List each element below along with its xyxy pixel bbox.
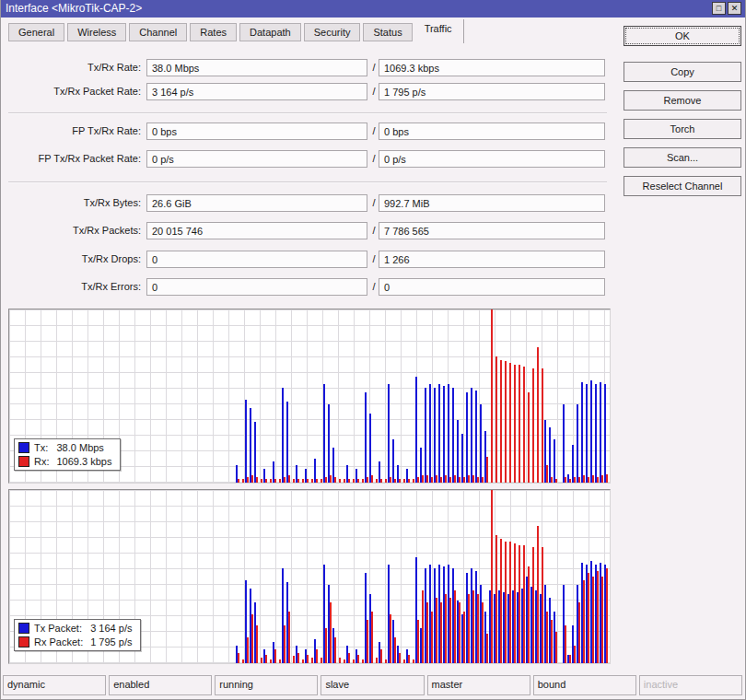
tx-bar [577,404,578,483]
rx-packet-bar [334,637,336,663]
rx-packet-bar [436,598,437,663]
tx-rx-errors-rx-field[interactable]: 0 [379,278,605,296]
tx-rx-rate-chart: Tx:38.0 MbpsRx:1069.3 kbps [8,309,611,484]
copy-button[interactable]: Copy [624,62,741,82]
close-button[interactable]: ✕ [728,2,741,15]
rx-bar [606,474,608,483]
tx-rx-packets-row: Tx/Rx Packets:20 015 746/7 786 565 [1,222,618,239]
tx-bar [365,392,367,483]
rx-bar [403,479,405,483]
tx-bar [471,388,472,483]
rx-bar [367,477,368,483]
rx-packet-bar [403,659,405,663]
fp-tx-rx-packet-rate-tx-field[interactable]: 0 p/s [146,150,367,168]
tx-rx-bytes-rx-field[interactable]: 992.7 MiB [379,194,605,212]
tab-general[interactable]: General [8,23,64,41]
rx-packet-bar [311,658,313,663]
rx-bar [417,477,419,483]
rx-packet-bar [500,539,502,663]
tab-status[interactable]: Status [363,23,412,41]
rx-packet-bar [321,658,322,663]
ok-button[interactable]: OK [624,26,741,46]
rx-packet-bar [265,655,267,663]
legend-label: Rx: [34,456,50,467]
rx-bar [597,477,599,483]
remove-button[interactable]: Remove [624,90,741,111]
tx-rx-bytes-tx-field[interactable]: 26.6 GiB [146,194,367,212]
rx-bar [371,475,373,483]
rx-legend-swatch [18,456,29,467]
close-icon: ✕ [731,4,739,13]
maximize-icon: □ [717,4,721,13]
rx-packet-bar [390,614,391,663]
tab-channel[interactable]: Channel [129,23,187,41]
rx-packet-bar [468,594,470,663]
tx-rx-drops-rx-field[interactable]: 1 266 [379,251,605,268]
rx-packet-bar [449,598,451,663]
tx-rx-rate-rx-field[interactable]: 1069.3 kbps [379,59,605,76]
reselect-channel-button[interactable]: Reselect Channel [624,176,741,196]
tx-rx-rate-tx-field[interactable]: 38.0 Mbps [146,59,367,76]
rx-bar [344,479,345,483]
tx-rx-packets-rx-field[interactable]: 7 786 565 [379,222,605,239]
tx-bar [429,384,431,483]
rx-packet-bar [344,659,345,663]
rx-bar [486,457,488,483]
tx-bar [480,404,482,483]
rx-packet-bar [491,490,493,663]
tx-rx-errors-tx-field[interactable]: 0 [146,278,367,296]
tab-rates[interactable]: Rates [190,23,237,41]
tx-rx-packets-tx-field[interactable]: 20 015 746 [146,222,367,239]
rx-packet-bar [362,659,364,663]
chart-legend: Tx:38.0 MbpsRx:1069.3 kbps [14,438,121,471]
rx-packet-bar [353,659,355,663]
rx-packet-bar [583,580,585,663]
titlebar[interactable]: Interface <MikroTik-CAP-2> □ ✕ [1,0,745,18]
tx-rx-drops-tx-field[interactable]: 0 [146,251,367,268]
rx-bar [270,479,272,483]
tab-traffic[interactable]: Traffic [415,19,464,43]
window-title: Interface <MikroTik-CAP-2> [6,0,142,18]
rx-bar [505,361,507,483]
rx-bar [307,479,309,483]
torch-button[interactable]: Torch [624,119,741,139]
fp-tx-rx-rate-rx-field[interactable]: 0 bps [379,122,605,140]
tx-rx-bytes-label: Tx/Rx Bytes: [1,194,141,212]
tab-datapath[interactable]: Datapath [239,23,301,41]
rx-packet-bar [537,526,539,663]
rx-packet-bar [261,658,262,663]
rx-packet-bar [505,542,507,663]
rx-packet-bar [472,590,474,663]
rx-bar [551,477,553,483]
rx-bar [261,479,262,483]
tab-wireless[interactable]: Wireless [67,23,126,41]
rx-packet-bar [288,612,290,663]
tx-bar [600,382,601,483]
tx-bar [475,391,477,483]
rx-bar [574,477,576,483]
rx-bar [514,365,516,483]
tx-rx-packet-rate-rx-field[interactable]: 1 795 p/s [379,83,605,100]
tab-security[interactable]: Security [304,23,361,41]
chart-plot-area: Tx:38.0 MbpsRx:1069.3 kbps [9,309,610,483]
fp-tx-rx-rate-tx-field[interactable]: 0 bps [146,122,367,140]
rx-packet-bar [606,568,608,663]
fp-tx-rx-rate-row: FP Tx/Rx Rate:0 bps/0 bps [1,122,618,140]
fp-tx-rx-packet-rate-rx-field[interactable]: 0 p/s [379,150,605,168]
tx-bar [282,388,284,483]
horizontal-separator-1 [8,112,607,114]
legend-value: 1069.3 kbps [54,456,112,467]
rx-bar [436,475,437,483]
rx-packet-bar [454,590,456,663]
maximize-button[interactable]: □ [712,2,726,15]
rx-packet-bar [348,653,350,663]
rx-bar [348,479,350,483]
rx-bar [362,479,364,483]
rx-bar [325,477,327,483]
tx-bar [457,420,459,483]
scan-button[interactable]: Scan... [624,147,741,168]
rx-packet-bar [431,612,433,663]
tx-rx-packet-rate-tx-field[interactable]: 3 164 p/s [146,83,367,100]
slash-separator: / [369,122,379,140]
rx-bar [454,475,456,483]
